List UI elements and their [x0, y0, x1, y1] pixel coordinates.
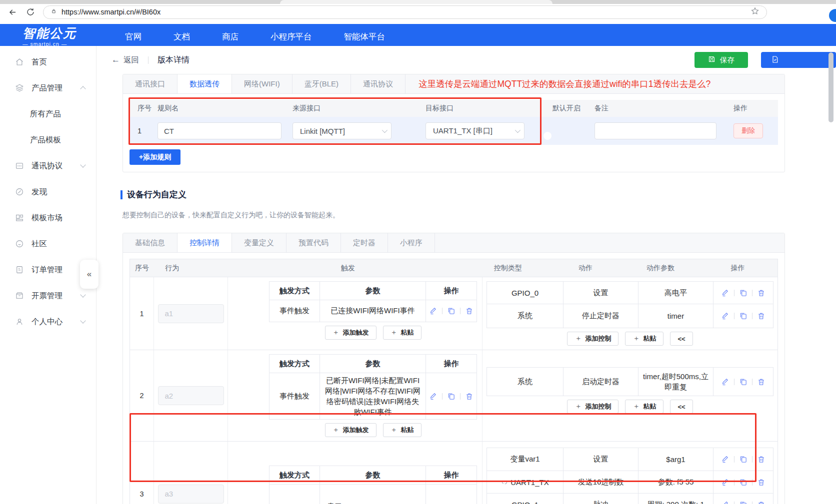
logo-text: 智能公元: [22, 27, 76, 39]
copy-icon[interactable]: [739, 378, 748, 386]
tab-comm-protocol[interactable]: 通讯协议: [351, 74, 406, 93]
browser-reload-icon[interactable]: [25, 6, 36, 17]
logo[interactable]: 智能公元 — smartpi.cn —: [0, 27, 100, 47]
sidebar-item-comm-protocol[interactable]: 通讯协议: [0, 153, 96, 179]
sidebar-item-discover[interactable]: 发现: [0, 179, 96, 205]
edit-icon[interactable]: [721, 501, 730, 504]
copy-icon[interactable]: [739, 455, 748, 464]
tab-basic-info[interactable]: 基础信息: [123, 233, 178, 252]
paste-button[interactable]: ＋粘贴: [383, 326, 422, 340]
collapse-controls-button[interactable]: <<: [670, 332, 692, 346]
target-interface-select[interactable]: UART1_TX [串口]: [426, 122, 524, 139]
sidebar-collapse-button[interactable]: «: [80, 260, 98, 289]
browser-active-tab[interactable]: [280, 0, 552, 4]
delete-icon[interactable]: [757, 378, 766, 386]
edit-icon[interactable]: [721, 289, 730, 297]
version-tabbar: 通讯接口 数据透传 网络(WIFI) 蓝牙(BLE) 通讯协议 这里透传是云端通…: [123, 74, 784, 94]
section-title: 设备行为自定义: [127, 189, 186, 200]
compass-icon: [15, 187, 24, 196]
sidebar-item-home[interactable]: 首页: [0, 49, 96, 75]
sidebar-item-personal-center[interactable]: 个人中心: [0, 309, 96, 335]
delete-icon[interactable]: [465, 392, 474, 401]
edit-icon[interactable]: [721, 378, 730, 386]
bookmark-star-icon[interactable]: [750, 6, 760, 17]
paste-button[interactable]: ＋粘贴: [383, 423, 422, 437]
doc-check-icon: [771, 55, 779, 65]
sidebar-item-community[interactable]: 社区: [0, 231, 96, 257]
add-control-button[interactable]: ＋添加控制: [567, 332, 618, 346]
tab-timer[interactable]: 定时器: [341, 233, 388, 252]
home-icon: [15, 57, 24, 66]
page-title: 版本详情: [158, 55, 190, 65]
chevron-down-icon: [80, 318, 86, 323]
collapse-controls-button[interactable]: <<: [670, 400, 692, 414]
add-trigger-button[interactable]: ＋添加触发: [325, 326, 376, 340]
delete-icon[interactable]: [757, 455, 766, 464]
copy-icon[interactable]: [739, 312, 748, 320]
edit-icon[interactable]: [721, 478, 730, 487]
main-area: ← 返回 版本详情 保存 通讯接口 数据透传 网络(WI: [96, 46, 836, 504]
remark-input[interactable]: [594, 122, 716, 139]
nav-item-store[interactable]: 商店: [222, 31, 238, 42]
sidebar-item-product-mgmt[interactable]: 产品管理: [0, 75, 96, 101]
chevron-down-icon: [515, 127, 520, 133]
nav-item-official[interactable]: 官网: [125, 31, 142, 42]
browser-toolbar: https://www.smartpi.cn/#/BI60x: [0, 4, 836, 24]
copy-icon[interactable]: [739, 289, 748, 297]
source-interface-select[interactable]: Linkit [MQTT]: [292, 122, 392, 139]
back-button[interactable]: ← 返回: [112, 55, 139, 65]
add-control-button[interactable]: ＋添加控制: [567, 400, 618, 414]
delete-icon[interactable]: [465, 307, 474, 315]
tab-control-detail[interactable]: 控制详情: [178, 233, 232, 252]
handwritten-annotation: 这里透传是云端通过MQTT过来的数据会直接通过wifi的串口1透传出去是么?: [418, 78, 710, 90]
delete-icon[interactable]: [757, 478, 766, 487]
tab-comm-interface[interactable]: 通讯接口: [123, 74, 178, 93]
delete-rule-button[interactable]: 删除: [734, 123, 763, 138]
add-trigger-button[interactable]: ＋添加触发: [325, 423, 376, 437]
lock-icon: [50, 7, 57, 16]
browser-profile-avatar[interactable]: [829, 9, 836, 22]
rule-name-input[interactable]: [158, 122, 282, 139]
control-table: 变量var1 设置 $arg1: [486, 448, 774, 504]
copy-icon[interactable]: [447, 307, 456, 315]
add-rule-button[interactable]: +添加规则: [130, 149, 180, 165]
edit-icon[interactable]: [721, 455, 730, 464]
section-subtitle: 想要控制自己的设备，快来配置自定义行为吧，让你的设备智能起来。: [122, 211, 785, 220]
version-detail-card: 通讯接口 数据透传 网络(WIFI) 蓝牙(BLE) 通讯协议 这里透传是云端通…: [122, 74, 785, 172]
paste-button[interactable]: ＋粘贴: [625, 400, 664, 414]
copy-icon[interactable]: [447, 392, 456, 401]
sidebar: 首页 产品管理 所有产品 产品模板 通讯协议 发现 模板市场 社区 订单管理 开…: [0, 46, 96, 504]
nav-item-miniprogram[interactable]: 小程序平台: [270, 31, 312, 42]
publish-button-clipped[interactable]: [761, 52, 836, 68]
nav-item-docs[interactable]: 文档: [174, 31, 190, 42]
tab-data-passthrough[interactable]: 数据透传: [178, 74, 232, 93]
chevron-down-icon: [80, 162, 86, 167]
scrollbar-thumb[interactable]: [828, 52, 834, 122]
tab-miniprogram[interactable]: 小程序: [388, 233, 435, 252]
save-button[interactable]: 保存: [694, 52, 748, 68]
sidebar-item-all-products[interactable]: 所有产品: [0, 101, 96, 127]
browser-back-icon[interactable]: [7, 6, 18, 17]
behavior-table-header: 序号 行为 触发 控制类型 动作 动作参数 操作: [130, 259, 778, 277]
nav-item-agent-platform[interactable]: 智能体平台: [344, 31, 386, 42]
sidebar-item-template-market[interactable]: 模板市场: [0, 205, 96, 231]
delete-icon[interactable]: [757, 501, 766, 504]
behavior-name-input[interactable]: [158, 304, 224, 323]
delete-icon[interactable]: [757, 312, 766, 320]
tab-network-wifi[interactable]: 网络(WIFI): [232, 74, 292, 93]
tab-variable-def[interactable]: 变量定义: [232, 233, 286, 252]
tab-bluetooth-ble[interactable]: 蓝牙(BLE): [292, 74, 351, 93]
user-icon: [15, 317, 24, 326]
edit-icon[interactable]: [429, 307, 438, 315]
copy-icon[interactable]: [739, 478, 748, 487]
sidebar-item-product-templates[interactable]: 产品模板: [0, 127, 96, 153]
behavior-name-input[interactable]: [158, 386, 224, 405]
address-bar[interactable]: https://www.smartpi.cn/#/BI60x: [43, 5, 767, 19]
tab-preset-code[interactable]: 预置代码: [286, 233, 341, 252]
edit-icon[interactable]: [429, 392, 438, 401]
copy-icon[interactable]: [739, 501, 748, 504]
delete-icon[interactable]: [757, 289, 766, 297]
paste-button[interactable]: ＋粘贴: [625, 332, 664, 346]
edit-icon[interactable]: [721, 312, 730, 320]
behavior-name-input[interactable]: [158, 485, 224, 504]
